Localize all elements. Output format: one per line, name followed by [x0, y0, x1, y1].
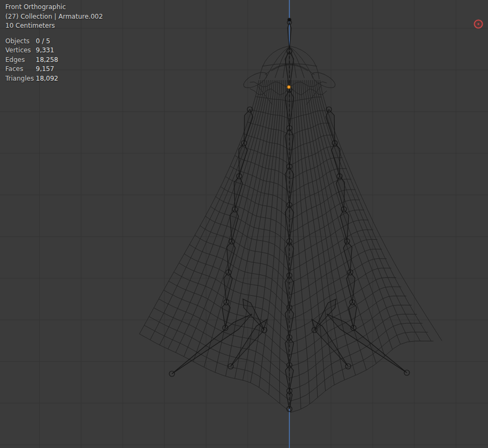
scale-text: 10 Centimeters: [5, 21, 103, 31]
stat-value: 18,092: [36, 74, 58, 84]
stat-value: 9,331: [36, 46, 54, 56]
stat-row-faces: Faces 9,157: [5, 65, 103, 74]
armature-bones[interactable]: [169, 18, 410, 412]
stat-label: Edges: [5, 56, 36, 65]
stats-panel: Objects 0 / 5 Vertices 9,331 Edges 18,25…: [5, 37, 103, 84]
collection-text: (27) Collection | Armature.002: [5, 12, 103, 22]
scene-markers: [287, 20, 483, 89]
stat-row-edges: Edges 18,258: [5, 56, 103, 65]
stat-label: Faces: [5, 65, 36, 74]
stat-value: 18,258: [36, 56, 58, 65]
object-origin-point[interactable]: [287, 85, 290, 89]
blender-3d-viewport[interactable]: Front Orthographic (27) Collection | Arm…: [0, 0, 488, 448]
view-name-text: Front Orthographic: [5, 3, 103, 12]
stat-label: Triangles: [5, 74, 36, 84]
stat-row-triangles: Triangles 18,092: [5, 74, 103, 84]
scene-object-red-circle[interactable]: [475, 20, 483, 28]
stat-row-vertices: Vertices 9,331: [5, 46, 103, 56]
stat-value: 0 / 5: [36, 37, 50, 46]
stat-value: 9,157: [36, 65, 54, 74]
stat-row-objects: Objects 0 / 5: [5, 37, 103, 46]
stat-label: Vertices: [5, 46, 36, 56]
stat-label: Objects: [5, 37, 36, 46]
viewport-overlay: Front Orthographic (27) Collection | Arm…: [5, 3, 103, 83]
